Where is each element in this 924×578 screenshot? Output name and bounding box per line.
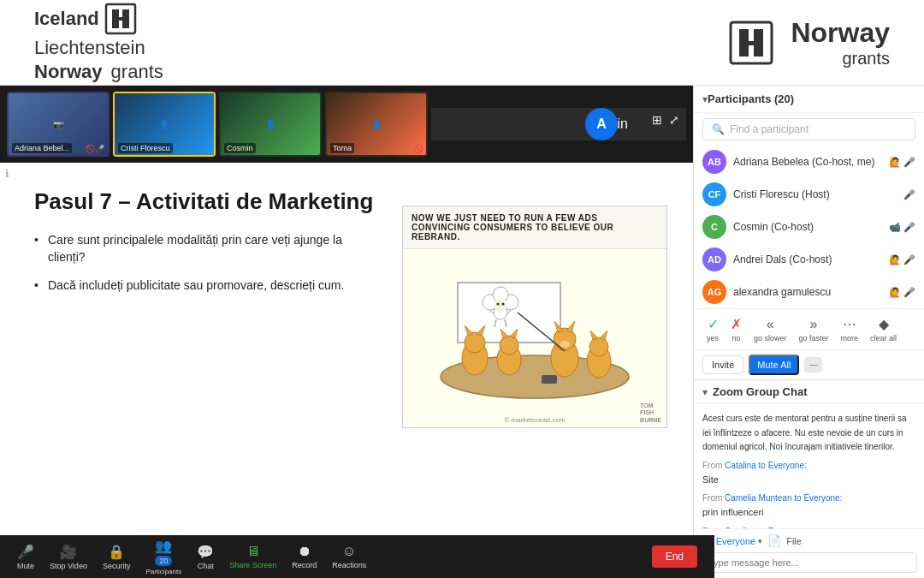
video-thumb-3: 👤 Toma 🚫 bbox=[325, 92, 428, 157]
chat-msg-2: From Camelia Muntean to Everyone: prin i… bbox=[702, 492, 915, 520]
cartoon-svg bbox=[415, 265, 654, 411]
yes-btn[interactable]: ✓ yes bbox=[702, 314, 723, 344]
mic-icon-1: 🎤 bbox=[903, 189, 915, 200]
participant-item-0: AB Adriana Bebelea (Co-host, me) 🙋 🎤 bbox=[694, 146, 924, 178]
svg-point-36 bbox=[502, 303, 505, 306]
invite-row: Invite Mute All — bbox=[694, 350, 924, 379]
chat-title: Zoom Group Chat bbox=[713, 385, 808, 398]
end-button[interactable]: End bbox=[652, 545, 697, 568]
go-faster-label: go faster bbox=[799, 334, 829, 343]
chat-message-input[interactable] bbox=[701, 552, 917, 573]
more-options-button[interactable]: — bbox=[804, 357, 822, 372]
more-btn[interactable]: ⋯ more bbox=[837, 314, 863, 344]
bullet-2: Dacă includeți publicitate sau promovare… bbox=[34, 277, 376, 295]
video-thumb-1: 👤 Cristi Florescu bbox=[113, 92, 216, 157]
norway-label-left: Norway grants bbox=[34, 61, 163, 83]
info-icon: ℹ bbox=[5, 168, 9, 573]
svg-point-35 bbox=[497, 303, 500, 306]
mic-icon: 🎤 bbox=[17, 544, 34, 560]
header-right-logo: Norway grants bbox=[729, 17, 890, 69]
participants-badge: 20 bbox=[155, 556, 172, 566]
go-slower-btn[interactable]: « go slower bbox=[749, 315, 791, 344]
chat-input-area: To: Everyone ▾ 📄 File bbox=[694, 528, 924, 552]
fullscreen-icon[interactable]: ⤢ bbox=[669, 113, 679, 127]
share-screen-button[interactable]: 🖥 Share Screen bbox=[229, 544, 276, 569]
yes-icon: ✓ bbox=[708, 316, 719, 332]
chat-button[interactable]: 💬 Chat bbox=[197, 544, 214, 570]
chat-text-2: prin influenceri bbox=[702, 505, 915, 520]
stop-video-button[interactable]: 🎥 Stop Video bbox=[50, 544, 87, 570]
chat-text-1: Site bbox=[702, 473, 915, 487]
security-button[interactable]: 🔒 Security bbox=[103, 544, 131, 570]
participants-header: ▾ Participants (20) bbox=[694, 86, 924, 113]
participants-section: ▾ Participants (20) 🔍 Find a participant… bbox=[694, 86, 924, 379]
svg-rect-7 bbox=[739, 41, 763, 45]
share-icon: 🖥 bbox=[246, 544, 260, 559]
norway-right-text: Norway grants bbox=[791, 17, 890, 69]
search-icon: 🔍 bbox=[712, 123, 725, 135]
avatar-c: C bbox=[702, 215, 726, 239]
main-area: 📷 Adriana Bebel... 🚫🎤 👤 Cristi Florescu … bbox=[0, 86, 924, 578]
participant-name-1: Cristi Florescu bbox=[118, 143, 173, 153]
chat-icon: 💬 bbox=[197, 544, 214, 560]
mute-button[interactable]: 🎤 Mute bbox=[17, 544, 34, 570]
right-panel: ▾ Participants (20) 🔍 Find a participant… bbox=[693, 86, 924, 578]
chat-messages: Acest curs este de mentorat pentru a sus… bbox=[694, 404, 924, 528]
chevron-down-icon: ▾ bbox=[758, 537, 762, 545]
video-controls[interactable]: ⊞ ⤢ bbox=[652, 113, 679, 127]
more-icon: ⋯ bbox=[843, 316, 856, 332]
p-name-1: Cristi Florescu (Host) bbox=[733, 188, 897, 200]
header: Iceland Liechtenstein Norway grants bbox=[0, 0, 924, 86]
cartoon-image: TOMFISHBURNE © marketoonist.com bbox=[403, 249, 666, 427]
mute-label: Mute bbox=[17, 562, 34, 570]
security-icon: 🔒 bbox=[108, 544, 125, 560]
participants-button[interactable]: 👥 20 Participants bbox=[145, 538, 181, 575]
taskbar: 🎤 Mute 🎥 Stop Video 🔒 Security 👥 20 Part… bbox=[0, 535, 714, 578]
video-thumb-2: 👤 Cosmin bbox=[219, 92, 322, 157]
stop-video-label: Stop Video bbox=[50, 562, 87, 570]
hand-icon-4: 🙋 bbox=[889, 287, 901, 298]
chat-intro-msg: Acest curs este de mentorat pentru a sus… bbox=[702, 411, 915, 454]
go-slower-icon: « bbox=[767, 317, 774, 332]
mute-all-button[interactable]: Mute All bbox=[749, 355, 799, 375]
security-label: Security bbox=[103, 562, 131, 570]
bullet-1: Care sunt principalele modalități prin c… bbox=[34, 232, 376, 265]
chat-header: ▾ Zoom Group Chat bbox=[694, 380, 924, 404]
chat-collapse-icon[interactable]: ▾ bbox=[702, 386, 708, 398]
avatar-ab: AB bbox=[702, 150, 726, 174]
svg-rect-3 bbox=[112, 17, 129, 21]
reactions-button[interactable]: ☺ Reactions bbox=[332, 544, 366, 569]
active-speaker-avatar: A bbox=[585, 108, 618, 140]
chat-file-icon[interactable]: 📄 bbox=[767, 534, 781, 547]
clear-all-btn[interactable]: ◆ clear all bbox=[866, 314, 901, 344]
p-name-2: Cosmin (Co-host) bbox=[733, 221, 882, 233]
svg-point-25 bbox=[589, 337, 608, 356]
cartoon-caption: NOW WE JUST NEED TO RUN A FEW ADS CONVIN… bbox=[403, 206, 666, 249]
more-label: more bbox=[841, 334, 859, 343]
invite-button[interactable]: Invite bbox=[702, 355, 743, 374]
go-faster-btn[interactable]: » go faster bbox=[795, 315, 833, 344]
participants-label: Participants bbox=[145, 568, 181, 575]
cartoon-source: © marketoonist.com bbox=[504, 416, 565, 424]
grid-view-icon[interactable]: ⊞ bbox=[652, 113, 662, 127]
participant-item-1: CF Cristi Florescu (Host) 🎤 bbox=[694, 178, 924, 211]
brand-line-2: Liechtenstein bbox=[34, 37, 163, 59]
participants-title: Participants (20) bbox=[708, 92, 794, 105]
cartoon-area: NOW WE JUST NEED TO RUN A FEW ADS CONVIN… bbox=[402, 206, 667, 428]
participant-name-3: Toma bbox=[330, 143, 354, 153]
participants-icon: 👥 bbox=[155, 538, 172, 554]
no-icon: ✗ bbox=[731, 316, 742, 332]
chat-msg-1: From Catalina to Everyone: Site bbox=[702, 459, 915, 487]
record-label: Record bbox=[292, 561, 317, 569]
participant-item-3: AD Andrei Dals (Co-host) 🙋 🎤 bbox=[694, 243, 924, 276]
chat-from-1: From Catalina to Everyone: bbox=[702, 459, 915, 472]
clear-label: clear all bbox=[870, 334, 897, 343]
record-button[interactable]: ⏺ Record bbox=[292, 544, 317, 569]
chat-intro-text: Acest curs este de mentorat pentru a sus… bbox=[702, 414, 906, 451]
go-faster-icon: » bbox=[810, 317, 818, 332]
mic-icon-4: 🎤 bbox=[903, 287, 915, 298]
chat-input-wrapper[interactable] bbox=[694, 552, 924, 578]
search-participant-box[interactable]: 🔍 Find a participant bbox=[702, 118, 915, 140]
mic-muted-3: 🚫 bbox=[413, 145, 423, 153]
no-btn[interactable]: ✗ no bbox=[726, 314, 746, 344]
